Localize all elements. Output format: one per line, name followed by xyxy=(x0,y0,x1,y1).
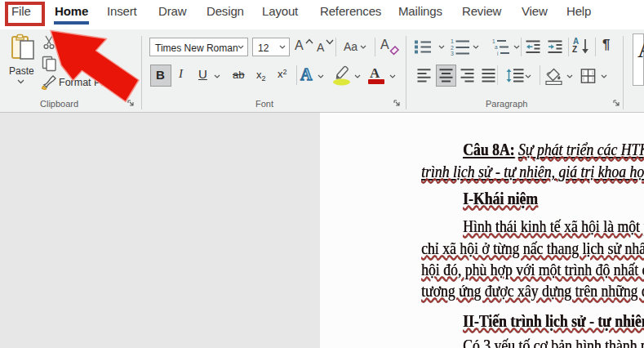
svg-text:a: a xyxy=(495,44,498,50)
svg-text:i: i xyxy=(497,51,498,56)
svg-text:1: 1 xyxy=(451,38,454,44)
svg-text:2: 2 xyxy=(451,45,454,51)
svg-text:3: 3 xyxy=(451,51,454,56)
svg-text:1: 1 xyxy=(492,38,495,44)
